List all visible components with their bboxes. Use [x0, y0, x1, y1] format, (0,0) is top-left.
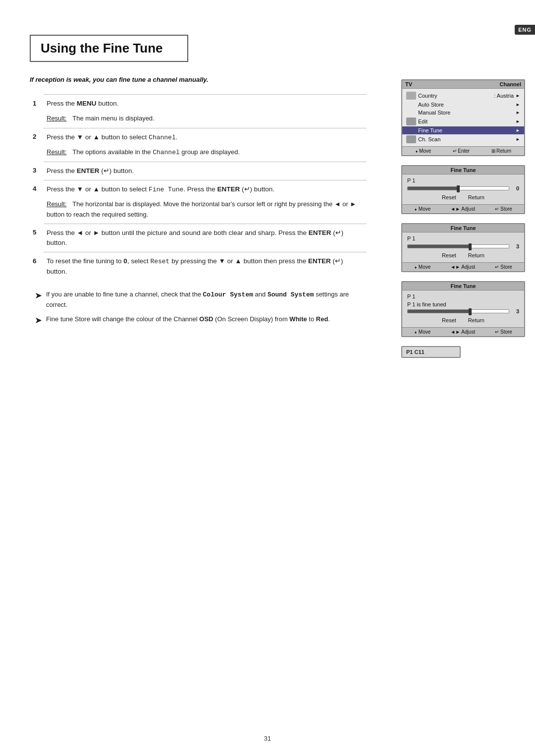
page-title: Using the Fine Tune: [41, 41, 163, 56]
fine-tune-screen-2: Fine Tune P 1 3 Reset Return: [401, 223, 525, 272]
tv-row-value-country: : Austria: [494, 93, 514, 99]
step-1-num: 1: [30, 95, 44, 113]
ft-buttons-1: Reset Return: [407, 194, 519, 200]
tv-row-icon-country: [406, 92, 416, 100]
ft-p-label-2: P 1: [407, 235, 519, 241]
p1c11-screen: P1 C11: [401, 346, 461, 358]
tv-row-arrow-chscan: ►: [516, 137, 520, 142]
step-2-result-row: Result: The options available in the Cha…: [30, 146, 367, 162]
ft-footer-adjust-2: ◄► Adjust: [450, 264, 475, 270]
step-5-row: 5 Press the ◄ or ► button until the pict…: [30, 224, 367, 252]
ft-slider-row-1: 0: [407, 185, 519, 191]
right-col-inner: TV Channel Country : Austria ► Auto Stor…: [401, 79, 525, 358]
ft-footer-move-1: ⬧ Move: [414, 206, 430, 212]
ft-slider-track-3: [407, 309, 509, 313]
left-column: Using the Fine Tune If reception is weak…: [0, 20, 386, 736]
ft-slider-track-1: [407, 186, 509, 190]
page-number: 31: [264, 735, 271, 742]
ft-buttons-3: Reset Return: [407, 317, 519, 323]
fine-tune-screen-3: Fine Tune P 1 P 1 is fine tuned 3 Reset …: [401, 281, 525, 337]
ft-slider-thumb-1: [457, 185, 460, 192]
result-label-2: Result:: [47, 148, 70, 156]
ft-p-label-1: P 1: [407, 177, 519, 183]
eng-badge: ENG: [515, 25, 535, 35]
tv-footer: ⬧ Move ↵ Enter ⊞ Return: [402, 146, 524, 155]
ft-footer-1: ⬧ Move ◄► Adjust ↵ Store: [402, 204, 524, 213]
step-2-content: Press the ▼ or ▲ button to select Channe…: [44, 128, 367, 146]
ft-return-btn-3[interactable]: Return: [468, 317, 484, 323]
ft-footer-adjust-3: ◄► Adjust: [450, 329, 475, 335]
note-1: ➤ If you are unable to fine tune a chann…: [35, 290, 367, 309]
result-text-4: The horizontal bar is displayed. Move th…: [47, 200, 356, 218]
ft-slider-fill-2: [408, 245, 470, 248]
tv-footer-return: ⊞ Return: [491, 148, 511, 154]
ft-reset-btn-2[interactable]: Reset: [442, 252, 456, 258]
enter-icon: ↵: [453, 148, 457, 154]
tv-row-icon-chscan: [406, 135, 416, 143]
steps-table: 1 Press the MENU button. Result: The mai…: [30, 94, 367, 281]
intro-text: If reception is weak, you can fine tune …: [30, 76, 367, 83]
ft-slider-track-2: [407, 244, 509, 248]
notes-section: ➤ If you are unable to fine tune a chann…: [30, 290, 367, 327]
tv-row-arrow-manualstore: ►: [516, 110, 520, 115]
ft-footer-3: ⬧ Move ◄► Adjust ↵ Store: [402, 327, 524, 336]
ft-footer-store-2: ↵ Store: [495, 264, 512, 270]
step-2-num: 2: [30, 128, 44, 146]
return-icon: ⊞: [491, 148, 495, 154]
ft-reset-btn-1[interactable]: Reset: [442, 194, 456, 200]
step-2-result: Result: The options available in the Cha…: [44, 146, 367, 162]
ft-footer-store-3: ↵ Store: [495, 329, 512, 335]
ft-footer-adjust-1: ◄► Adjust: [450, 206, 475, 212]
result-text-2: The options available in the Channel gro…: [72, 148, 240, 156]
step-4-result-row: Result: The horizontal bar is displayed.…: [30, 198, 367, 224]
fine-tune-screen-1: Fine Tune P 1 0 Reset Return: [401, 165, 525, 214]
step-6-content: To reset the fine tuning to 0, select Re…: [44, 252, 367, 281]
tv-row-icon-edit: [406, 117, 416, 125]
note-arrow-2: ➤: [35, 314, 42, 327]
ft-body-3: P 1 P 1 is fine tuned 3 Reset Return: [402, 291, 524, 327]
ft-reset-btn-3[interactable]: Reset: [442, 317, 456, 323]
tv-row-label-chscan: Ch. Scan: [418, 136, 516, 142]
step-2-row: 2 Press the ▼ or ▲ button to select Chan…: [30, 128, 367, 146]
tv-row-label-finetune: Fine Tune: [418, 127, 516, 133]
tv-row-manualstore: Manual Store ►: [402, 109, 524, 116]
ft-slider-fill-1: [408, 187, 458, 190]
note-1-text: If you are unable to fine tune a channel…: [46, 290, 367, 309]
ft-buttons-2: Reset Return: [407, 252, 519, 258]
tv-row-label-manualstore: Manual Store: [418, 110, 516, 116]
step-4-num: 4: [30, 180, 44, 198]
tv-row-arrow-finetune: ►: [516, 128, 520, 133]
step-1-result: Result: The main menu is displayed.: [44, 113, 367, 128]
move-icon: ⬧: [415, 148, 418, 154]
step-3-num: 3: [30, 162, 44, 180]
ft-footer-move-2: ⬧ Move: [414, 264, 430, 270]
p1c11-text: P1 C11: [406, 349, 425, 355]
step-5-num: 5: [30, 224, 44, 252]
ft-return-btn-1[interactable]: Return: [468, 194, 484, 200]
note-arrow-1: ➤: [35, 289, 42, 302]
ft-value-1: 0: [511, 185, 519, 191]
result-label-4: Result:: [47, 200, 70, 208]
note-2-text: Fine tune Store will change the colour o…: [46, 314, 330, 324]
ft-slider-thumb-3: [469, 308, 472, 315]
step-5-content: Press the ◄ or ► button until the pictur…: [44, 224, 367, 252]
ft-fine-tuned-msg: P 1 is fine tuned: [407, 301, 519, 307]
step-4-content: Press the ▼ or ▲ button to select Fine T…: [44, 180, 367, 198]
tv-row-label-autostore: Auto Store: [418, 102, 516, 108]
ft-p-label-3: P 1: [407, 293, 519, 299]
ft-return-btn-2[interactable]: Return: [468, 252, 484, 258]
ft-footer-store-1: ↵ Store: [495, 206, 512, 212]
note-2: ➤ Fine tune Store will change the colour…: [35, 314, 367, 327]
ft-footer-move-3: ⬧ Move: [414, 329, 430, 335]
tv-row-autostore: Auto Store ►: [402, 101, 524, 109]
right-column: TV Channel Country : Austria ► Auto Stor…: [386, 20, 535, 736]
ft-title-2: Fine Tune: [402, 224, 524, 233]
tv-row-arrow-autostore: ►: [516, 102, 520, 107]
step-1-row: 1 Press the MENU button.: [30, 95, 367, 113]
ft-slider-fill-3: [408, 310, 470, 313]
tv-row-finetune: Fine Tune ►: [402, 126, 524, 134]
tv-channel-screen: TV Channel Country : Austria ► Auto Stor…: [401, 79, 525, 156]
step-4-result: Result: The horizontal bar is displayed.…: [44, 198, 367, 224]
ft-value-3: 3: [511, 308, 519, 314]
tv-row-label-edit: Edit: [418, 118, 516, 124]
